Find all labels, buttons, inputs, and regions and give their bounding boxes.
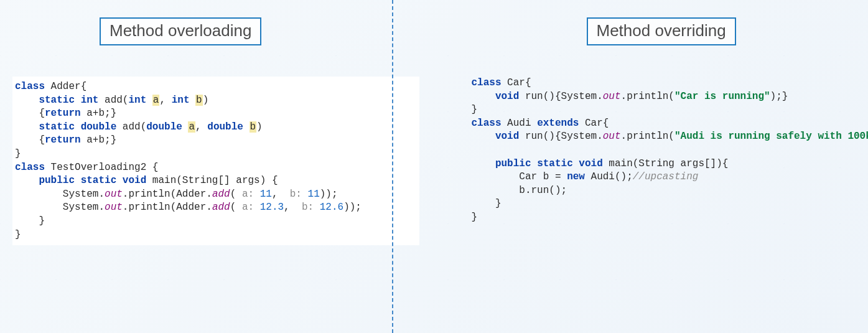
kw: void (495, 131, 519, 142)
param-hl: a (188, 121, 195, 133)
param-hl: b (250, 121, 257, 133)
txt: ) (256, 121, 263, 133)
hint: b: (302, 202, 314, 213)
kw: class (472, 77, 502, 88)
kw: extends (537, 118, 579, 129)
hint: a: (242, 189, 254, 200)
txt: } (15, 215, 45, 227)
kw: new (567, 171, 585, 182)
txt: System. (63, 202, 105, 213)
kw: int (172, 95, 195, 106)
title-overloading: Method overloading (100, 17, 261, 45)
txt: ) (203, 95, 209, 106)
kw: class (472, 118, 502, 129)
txt: , (284, 202, 302, 213)
kw: public (495, 158, 531, 169)
fld: add (212, 189, 230, 200)
hint: b: (290, 189, 302, 200)
txt: .println(Adder. (123, 189, 212, 200)
kw: return (45, 108, 81, 119)
fld: out (603, 91, 621, 102)
txt: run(){System. (519, 91, 602, 102)
txt: add( (116, 121, 146, 133)
txt: ( (230, 189, 242, 200)
kw: public (39, 175, 75, 186)
panel-method-overriding: Method overriding class Car{ void run(){… (434, 0, 869, 333)
kw: static (39, 121, 75, 133)
txt: } (15, 148, 21, 159)
kw: void (123, 175, 146, 186)
hint: a: (242, 202, 254, 213)
cmt: //upcasting (633, 171, 699, 182)
kw: double (146, 121, 188, 133)
kw: class (15, 162, 45, 173)
kw: void (579, 158, 602, 169)
txt: System. (63, 189, 105, 200)
txt: main(String[] args) { (146, 175, 278, 186)
txt: );} (770, 91, 788, 102)
kw: class (15, 81, 45, 92)
txt: } (15, 229, 21, 240)
num: 12.6 (314, 202, 343, 213)
txt: Car b = (519, 171, 567, 182)
kw: double (207, 121, 249, 133)
txt: , (159, 95, 171, 106)
txt: )); (320, 189, 338, 200)
kw: void (495, 91, 519, 102)
txt: { (39, 134, 45, 146)
txt: a+b;} (81, 134, 117, 146)
slide-layout: Method overloading class Adder{ static i… (0, 0, 868, 333)
panel-method-overloading: Method overloading class Adder{ static i… (0, 0, 434, 333)
txt: , (195, 121, 207, 133)
code-overriding: class Car{ void run(){System.out.println… (472, 77, 869, 225)
txt: add( (98, 95, 128, 106)
txt: b.run(); (472, 185, 567, 196)
num: 11 (254, 189, 272, 200)
txt: Audi (502, 118, 538, 129)
title-overriding: Method overriding (587, 17, 736, 45)
txt: main(String args[]){ (603, 158, 729, 169)
num: 11 (302, 189, 320, 200)
code-overloading: class Adder{ static int add(int a, int b… (12, 77, 419, 245)
kw: return (45, 134, 81, 146)
str: "Audi is running safely with 100km" (674, 131, 868, 142)
kw: static (39, 95, 75, 106)
txt: Car{ (579, 118, 609, 129)
txt: Adder{ (45, 81, 86, 92)
txt: .println(Adder. (123, 202, 212, 213)
txt: , (272, 189, 290, 200)
num: 12.3 (254, 202, 284, 213)
txt: { (39, 108, 45, 119)
fld: out (105, 189, 123, 200)
kw: static (537, 158, 573, 169)
txt: } (472, 198, 502, 209)
txt: ( (230, 202, 242, 213)
fld: out (603, 131, 621, 142)
fld: out (105, 202, 123, 213)
txt: run(){System. (519, 131, 602, 142)
txt: a+b;} (81, 108, 117, 119)
txt: TestOverloading2 { (45, 162, 158, 173)
param-hl: b (195, 95, 203, 106)
kw: int (128, 95, 152, 106)
txt: } (472, 212, 478, 223)
txt: )); (343, 202, 362, 213)
txt: .println( (621, 131, 674, 142)
kw: int (81, 95, 99, 106)
kw: static (81, 175, 117, 186)
str: "Car is running" (674, 91, 770, 102)
fld: add (212, 202, 230, 213)
txt: Car{ (502, 77, 531, 88)
txt: Audi(); (585, 171, 633, 182)
vertical-divider (392, 0, 393, 333)
param-hl: a (152, 95, 160, 106)
txt: } (472, 104, 478, 115)
kw: double (81, 121, 117, 133)
txt: .println( (621, 91, 674, 102)
